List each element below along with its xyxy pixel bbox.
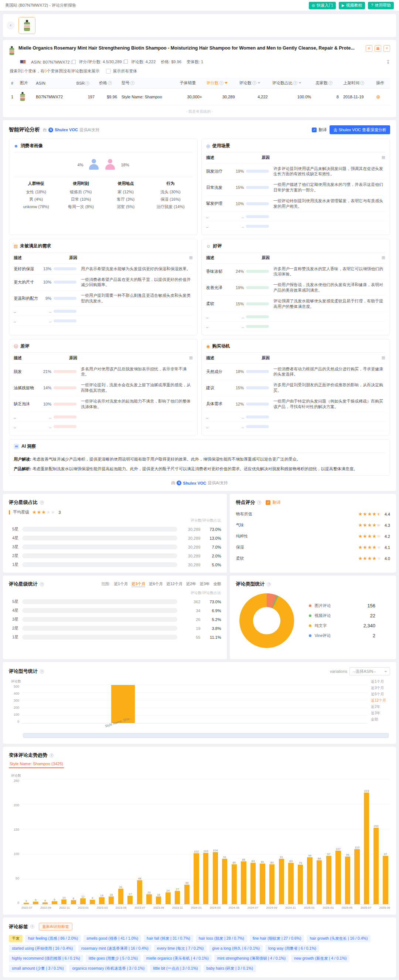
trend-bar-column: 24 xyxy=(163,779,173,904)
list-view-icon-button[interactable]: ≡ xyxy=(366,45,372,52)
range-tab[interactable]: 近6个月 xyxy=(149,581,162,587)
breadcrumb: 美国站 (B07N7MWX72) - 评论分析报告 xyxy=(5,3,76,8)
variant-table-header[interactable]: 评论数 xyxy=(237,78,270,89)
review-tag[interactable]: hair feeling (质感 | 86 / 2.0%) xyxy=(25,935,81,942)
variant-table-header[interactable]: 图片 xyxy=(17,78,33,89)
review-tag[interactable]: small amount (少量 | 3 / 0.1%) xyxy=(9,965,67,972)
expand-grid-icon[interactable]: ▦ xyxy=(189,355,193,361)
variant-table-row[interactable]: 1 B07N7MWX72 197 $9.96 Style Name: Shamp… xyxy=(9,89,390,105)
y-axis-ticks: 5004003002001000 xyxy=(9,685,21,724)
review-tag[interactable]: started using (开始使用 | 16 / 0.4%) xyxy=(9,945,76,952)
range-tab[interactable]: 近1个月 xyxy=(114,581,128,587)
percent-bar xyxy=(246,402,269,406)
trend-bar-column: 79 xyxy=(296,779,305,904)
insight-row: .... xyxy=(206,212,385,221)
checkbox-checked-icon xyxy=(312,127,316,132)
review-tag[interactable]: every time (每次 | 7 / 0.2%) xyxy=(154,945,207,952)
variant-table-header[interactable]: # xyxy=(9,78,17,89)
feature-translate-checkbox[interactable]: 翻译 xyxy=(265,500,280,505)
deep-analysis-button[interactable]: 去 Shulex VOC 查看深度分析 xyxy=(329,125,390,134)
trend-bar: 102 xyxy=(194,853,199,904)
range-item[interactable]: 近12个月 xyxy=(371,698,390,703)
variant-tab[interactable]: Style Name: Shampoo (3425) xyxy=(9,759,64,768)
user-insight: 用户解读: 考虑改善气味并减少产品堆积，提供更清晰的使用说明可能有助于用户取得更… xyxy=(14,456,385,463)
info-icon xyxy=(85,81,89,85)
range-item[interactable]: 近6个月 xyxy=(371,692,390,697)
review-tag[interactable]: fine hair (细软发 | 27 / 0.6%) xyxy=(250,935,304,942)
trend-bar-column: 4 xyxy=(40,779,50,904)
review-tag[interactable]: highly recommend (强烈推荐 | 6 / 0.1%) xyxy=(9,955,83,962)
copy-icon[interactable] xyxy=(123,60,126,64)
variant-review-stats-card: 评论型号统计 variations --选择ASIN-- 评论数 5004003… xyxy=(3,662,396,744)
translate-checkbox[interactable]: 翻译 xyxy=(312,127,327,133)
review-tag[interactable]: hair loss (脱发 | 28 / 0.7%) xyxy=(196,935,247,942)
range-tab[interactable]: 近2年 xyxy=(186,581,196,587)
trend-bar: 81 xyxy=(260,864,265,904)
help-button[interactable]: ◎ 快速入门 xyxy=(309,2,336,9)
topbar-buttons: ◎ 快速入门 ▶ 视频教程 ? 使用帮助 xyxy=(309,2,394,9)
trend-bar: 88 xyxy=(316,860,322,904)
insight-row: 缺乏泡沫10% 一些评论表示对洗发水的起泡能力不满意，影响了他们的整体洗涤体验。 xyxy=(14,396,193,412)
variant-rating-count: 30,289 xyxy=(204,89,237,105)
close-icon-button[interactable]: × xyxy=(383,45,390,52)
chevron-left-icon[interactable]: ‹ xyxy=(6,21,15,30)
review-tag[interactable]: give a long (持久 | 6 / 0.1%) xyxy=(209,945,263,952)
sort-arrow-icon xyxy=(225,82,227,84)
help-button[interactable]: ? 使用帮助 xyxy=(368,2,394,9)
retag-button[interactable]: 重新AI识别标签 xyxy=(39,923,72,931)
range-tab[interactable]: 近3年 xyxy=(200,581,210,587)
copy-icon[interactable] xyxy=(71,60,74,64)
asin-select[interactable]: --选择ASIN-- xyxy=(350,667,390,675)
review-star-stats-card: 评论星级统计 范围: 近1个月近3个月近6个月近12个月近2年近3年全部 评论数… xyxy=(3,576,227,659)
variant-table-header[interactable]: 型号 xyxy=(119,78,178,89)
expand-grid-icon[interactable]: ▦ xyxy=(382,155,385,161)
range-item[interactable]: 近1个月 xyxy=(371,679,390,684)
variant-table-header[interactable]: BSR xyxy=(74,78,97,89)
variant-table-header[interactable]: ASIN xyxy=(33,78,74,89)
insight-row: 更温和的配方9% 一些用户提到需要一种不那么刺激且更适合敏感头皮和头发类型的洗发… xyxy=(14,291,193,307)
expand-grid-icon[interactable]: ▦ xyxy=(382,355,385,361)
variant-table-header[interactable]: 评论数占比 xyxy=(270,78,313,89)
review-tag[interactable]: 干发 xyxy=(9,935,22,942)
rating-bar xyxy=(22,608,177,613)
rating-bar xyxy=(22,562,177,567)
show-all-variants-checkbox[interactable]: 展示所有变体 xyxy=(106,68,137,74)
range-tab[interactable]: 近12个月 xyxy=(167,581,183,587)
variant-table-header[interactable]: 操作 xyxy=(374,78,390,89)
help-button[interactable]: ▶ 视频教程 xyxy=(339,2,366,9)
review-tag[interactable]: little goes (用量少 | 5 / 0.1%) xyxy=(86,955,141,962)
variant-table-header[interactable]: 子体销量 xyxy=(177,78,204,89)
variant-sellers: 8 xyxy=(313,89,341,105)
review-tag[interactable]: long way (用量省 | 6 / 0.1%) xyxy=(265,945,319,952)
review-tag[interactable]: new growth (新生发 | 4 / 0.1%) xyxy=(291,955,350,962)
review-tag[interactable]: rosemary mint (迷迭香薄荷 | 16 / 0.4%) xyxy=(78,945,151,952)
range-item[interactable]: 近3年 xyxy=(371,711,390,716)
review-tag[interactable]: mielle organics (美乐有机 | 4 / 0.1%) xyxy=(143,955,212,962)
variant-table-header[interactable]: 上架时间 xyxy=(341,78,374,89)
review-tag[interactable]: baby hairs (碎发 | 3 / 0.1%) xyxy=(203,965,256,972)
variant-table-header[interactable]: 价格 xyxy=(97,78,119,89)
variant-table-header[interactable]: 卖家数 xyxy=(313,78,341,89)
insight-row: 建议15% 许多用户提到受到朋友的正面评价或推荐的影响，从而决定购买。 xyxy=(206,380,385,396)
range-tab[interactable]: 全部 xyxy=(213,581,221,587)
review-tag[interactable]: hair growth (头发生长 | 16 / 0.4%) xyxy=(307,935,370,942)
variant-table-header[interactable]: 评分数 xyxy=(204,78,237,89)
review-tag[interactable]: mint strengthening (薄荷强韧 | 4 / 0.1%) xyxy=(214,955,289,962)
review-tag[interactable]: smells good (很香 | 41 / 1.0%) xyxy=(84,935,141,942)
product-thumbnail[interactable] xyxy=(19,17,35,34)
download-icon[interactable]: ↧ xyxy=(386,59,390,65)
range-item[interactable]: 近3个月 xyxy=(371,686,390,690)
expand-grid-icon[interactable]: ▦ xyxy=(382,255,385,261)
male-percent: 4% xyxy=(78,163,84,167)
add-action-icon[interactable]: ⊕ xyxy=(376,94,380,100)
expand-grid-icon[interactable]: ▦ xyxy=(189,255,193,261)
review-tag[interactable]: hair fall (掉发 | 31 / 0.7%) xyxy=(144,935,193,942)
range-tab[interactable]: 近3个月 xyxy=(132,581,145,587)
data-zoom-scrollbar[interactable] xyxy=(23,733,389,738)
grid-view-icon-button[interactable]: ▦ xyxy=(375,45,381,52)
review-tag[interactable]: organics rosemary (有机迷迭香 | 3 / 0.1%) xyxy=(69,965,148,972)
range-item[interactable]: 近2年 xyxy=(371,704,390,710)
range-item[interactable]: 全部 xyxy=(371,717,390,722)
shampoo-bottle-image xyxy=(24,20,30,31)
review-tag[interactable]: little bit (一点点 | 3 / 0.1%) xyxy=(150,965,200,972)
